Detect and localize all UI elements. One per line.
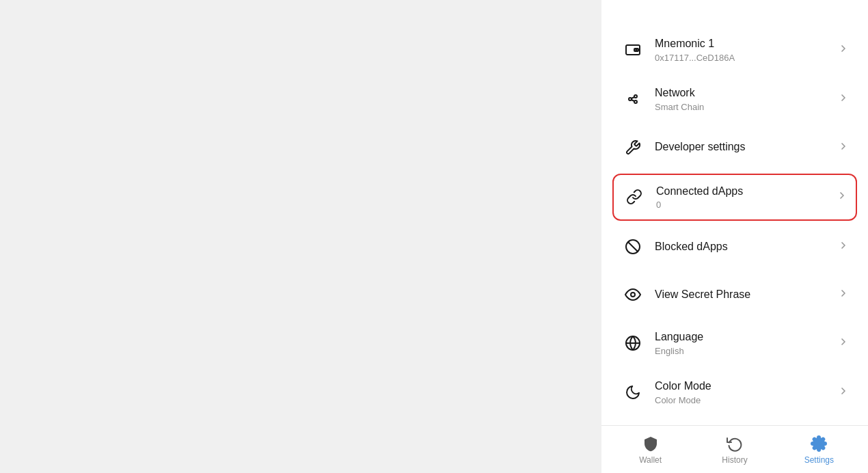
history-icon [726, 435, 744, 452]
settings-item-sublabel-color-mode: Color Mode [655, 395, 832, 405]
moon-icon [621, 380, 645, 405]
nav-item-settings[interactable]: Settings [777, 429, 861, 470]
gear-icon [810, 435, 828, 452]
nav-label-history: History [722, 455, 747, 465]
settings-item-label-color-mode: Color Mode [655, 379, 832, 394]
chevron-right-icon [837, 190, 847, 204]
link-icon [622, 185, 647, 209]
chevron-right-icon [838, 43, 849, 57]
svg-point-9 [631, 293, 635, 297]
settings-item-developer[interactable]: Developer settings [612, 126, 857, 170]
block-icon [621, 234, 645, 259]
settings-item-label-connected-dapps: Connected dApps [656, 185, 831, 199]
svg-line-6 [632, 100, 634, 101]
settings-item-color-mode[interactable]: Color ModeColor Mode [612, 370, 857, 415]
settings-item-label-network: Network [655, 86, 832, 100]
wrench-icon [621, 135, 645, 160]
settings-item-sublabel-mnemonic: 0x17117...CeD186A [655, 53, 832, 63]
chevron-right-icon [838, 240, 849, 254]
page-title [601, 0, 868, 27]
nav-item-wallet[interactable]: Wallet [608, 429, 692, 470]
eye-icon [621, 282, 645, 307]
globe-icon [621, 331, 645, 355]
shield-icon [642, 435, 660, 452]
network-icon [621, 87, 645, 111]
settings-item-connected-dapps[interactable]: Connected dApps0 [612, 174, 857, 221]
nav-label-settings: Settings [804, 455, 834, 465]
chevron-right-icon [838, 336, 849, 350]
chevron-right-icon [838, 386, 849, 399]
settings-item-label-developer: Developer settings [655, 140, 832, 154]
settings-item-view-secret[interactable]: View Secret Phrase [612, 273, 857, 316]
settings-item-label-language: Language [655, 330, 832, 344]
settings-list: Mnemonic 10x17117...CeD186ANetworkSmart … [601, 27, 868, 425]
bottom-nav: WalletHistorySettings [601, 425, 868, 473]
settings-item-label-blocked-dapps: Blocked dApps [655, 240, 832, 254]
chevron-right-icon [838, 92, 849, 106]
chevron-right-icon [838, 288, 849, 301]
svg-line-8 [628, 242, 638, 252]
settings-item-sublabel-connected-dapps: 0 [656, 200, 831, 210]
wallet-icon [621, 38, 645, 62]
chevron-right-icon [838, 141, 849, 154]
nav-item-history[interactable]: History [692, 429, 776, 470]
settings-item-network[interactable]: NetworkSmart Chain [612, 77, 857, 122]
settings-item-label-view-secret: View Secret Phrase [655, 288, 832, 302]
settings-item-sublabel-network: Smart Chain [655, 102, 832, 112]
phone-container: Mnemonic 10x17117...CeD186ANetworkSmart … [601, 0, 868, 473]
nav-label-wallet: Wallet [639, 455, 662, 465]
page-background: Mnemonic 10x17117...CeD186ANetworkSmart … [0, 0, 868, 473]
settings-item-mnemonic[interactable]: Mnemonic 10x17117...CeD186A [612, 27, 857, 72]
settings-item-blocked-dapps[interactable]: Blocked dApps [612, 225, 857, 269]
svg-line-5 [632, 97, 634, 98]
settings-item-label-mnemonic: Mnemonic 1 [655, 37, 832, 51]
settings-item-sublabel-language: English [655, 346, 832, 356]
settings-item-language[interactable]: LanguageEnglish [612, 321, 857, 366]
